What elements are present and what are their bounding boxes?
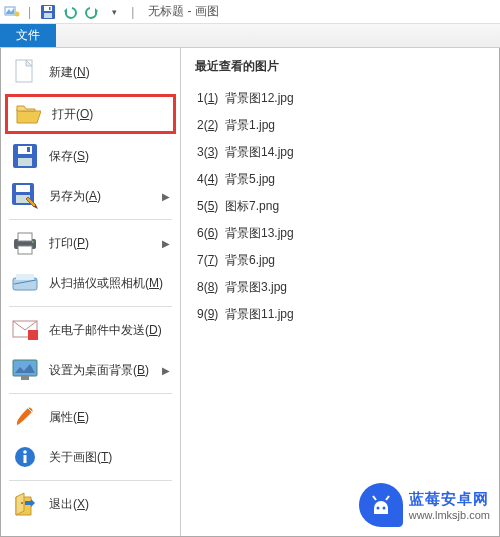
- menu-separator: [9, 480, 172, 481]
- window-title: 无标题 - 画图: [148, 3, 219, 20]
- recent-file-item[interactable]: 8(8) 背景图3.jpg: [195, 274, 485, 301]
- app-logo-icon: [4, 4, 20, 20]
- svg-rect-16: [18, 246, 32, 254]
- svg-rect-12: [16, 185, 30, 192]
- menu-separator: [9, 219, 172, 220]
- save-icon[interactable]: [39, 3, 57, 21]
- svg-point-28: [376, 507, 379, 510]
- save-menu-icon: [11, 142, 39, 170]
- menu-about[interactable]: 关于画图(T): [1, 437, 180, 477]
- watermark-url: www.lmksjb.com: [409, 509, 490, 521]
- menu-about-label: 关于画图(T): [49, 449, 112, 466]
- watermark-title: 蓝莓安卓网: [409, 490, 490, 509]
- svg-rect-3: [44, 6, 52, 11]
- chevron-right-icon: ▶: [162, 238, 170, 249]
- menu-exit-label: 退出(X): [49, 496, 89, 513]
- svg-rect-21: [28, 330, 38, 340]
- tab-file[interactable]: 文件: [0, 24, 56, 47]
- recent-files-list: 1(1) 背景图12.jpg2(2) 背景1.jpg3(3) 背景图14.jpg…: [195, 85, 485, 328]
- menu-new[interactable]: 新建(N): [1, 52, 180, 92]
- chevron-right-icon: ▶: [162, 191, 170, 202]
- svg-point-26: [23, 450, 27, 454]
- properties-icon: [11, 403, 39, 431]
- about-icon: [11, 443, 39, 471]
- menu-separator: [9, 393, 172, 394]
- qat-separator: |: [28, 5, 31, 19]
- menu-save-as[interactable]: 另存为(A) ▶: [1, 176, 180, 216]
- save-as-icon: [11, 182, 39, 210]
- customize-qat-icon[interactable]: ▾: [105, 3, 123, 21]
- exit-icon: [11, 490, 39, 518]
- menu-set-wallpaper[interactable]: 设置为桌面背景(B) ▶: [1, 350, 180, 390]
- menu-separator: [9, 306, 172, 307]
- svg-rect-22: [13, 360, 37, 376]
- svg-line-31: [386, 496, 389, 500]
- svg-rect-15: [18, 233, 32, 241]
- watermark: 蓝莓安卓网 www.lmksjb.com: [359, 483, 490, 527]
- title-bar: | ▾ | 无标题 - 画图: [0, 0, 500, 24]
- recent-files-header: 最近查看的图片: [195, 58, 485, 75]
- menu-wallpaper-label: 设置为桌面背景(B): [49, 362, 149, 379]
- menu-new-label: 新建(N): [49, 64, 90, 81]
- svg-rect-9: [18, 158, 32, 166]
- menu-save[interactable]: 保存(S): [1, 136, 180, 176]
- open-icon: [14, 100, 42, 128]
- svg-line-30: [373, 496, 376, 500]
- svg-rect-23: [21, 376, 29, 380]
- recent-file-item[interactable]: 9(9) 背景图11.jpg: [195, 301, 485, 328]
- menu-scanner-label: 从扫描仪或照相机(M): [49, 275, 163, 292]
- svg-rect-10: [27, 147, 30, 152]
- svg-rect-25: [24, 455, 27, 463]
- menu-from-scanner[interactable]: 从扫描仪或照相机(M): [1, 263, 180, 303]
- svg-point-27: [21, 502, 23, 504]
- menu-exit[interactable]: 退出(X): [1, 484, 180, 524]
- menu-print-label: 打印(P): [49, 235, 89, 252]
- email-icon: [11, 316, 39, 344]
- title-separator: |: [131, 5, 134, 19]
- recent-file-item[interactable]: 3(3) 背景图14.jpg: [195, 139, 485, 166]
- redo-icon[interactable]: [83, 3, 101, 21]
- new-icon: [11, 58, 39, 86]
- wallpaper-icon: [11, 356, 39, 384]
- file-menu: 新建(N) 打开(O) 保存(S) 另存为(A) ▶ 打: [0, 48, 500, 537]
- scanner-icon: [11, 269, 39, 297]
- recent-file-item[interactable]: 1(1) 背景图12.jpg: [195, 85, 485, 112]
- menu-properties[interactable]: 属性(E): [1, 397, 180, 437]
- recent-file-item[interactable]: 4(4) 背景5.jpg: [195, 166, 485, 193]
- menu-open-label: 打开(O): [52, 106, 93, 123]
- recent-files-panel: 最近查看的图片 1(1) 背景图12.jpg2(2) 背景1.jpg3(3) 背…: [181, 48, 499, 536]
- menu-properties-label: 属性(E): [49, 409, 89, 426]
- svg-rect-19: [16, 274, 34, 280]
- ribbon-tabs: 文件: [0, 24, 500, 48]
- print-icon: [11, 229, 39, 257]
- menu-send-email[interactable]: 在电子邮件中发送(D): [1, 310, 180, 350]
- undo-icon[interactable]: [61, 3, 79, 21]
- recent-file-item[interactable]: 6(6) 背景图13.jpg: [195, 220, 485, 247]
- svg-point-1: [15, 11, 20, 16]
- menu-print[interactable]: 打印(P) ▶: [1, 223, 180, 263]
- svg-rect-4: [44, 13, 52, 18]
- svg-rect-5: [49, 7, 51, 10]
- recent-file-item[interactable]: 7(7) 背景6.jpg: [195, 247, 485, 274]
- menu-save-label: 保存(S): [49, 148, 89, 165]
- svg-point-17: [32, 241, 34, 243]
- file-menu-items: 新建(N) 打开(O) 保存(S) 另存为(A) ▶ 打: [1, 48, 181, 536]
- svg-point-29: [382, 507, 385, 510]
- chevron-right-icon: ▶: [162, 365, 170, 376]
- menu-email-label: 在电子邮件中发送(D): [49, 322, 162, 339]
- recent-file-item[interactable]: 5(5) 图标7.png: [195, 193, 485, 220]
- recent-file-item[interactable]: 2(2) 背景1.jpg: [195, 112, 485, 139]
- watermark-logo-icon: [359, 483, 403, 527]
- menu-save-as-label: 另存为(A): [49, 188, 101, 205]
- menu-open[interactable]: 打开(O): [5, 94, 176, 134]
